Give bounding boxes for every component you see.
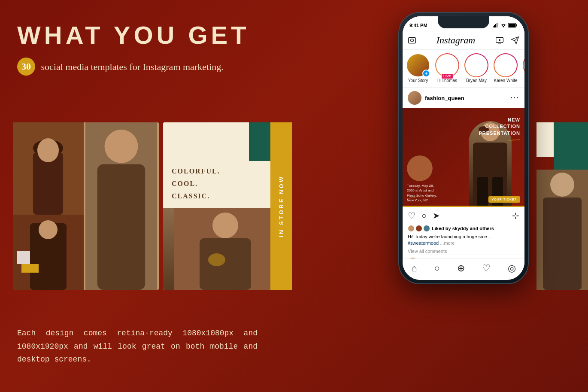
gold-rect-accent — [21, 264, 39, 273]
right-cream-accent — [536, 122, 554, 157]
instagram-logo: Instagram — [436, 35, 475, 46]
likes-text: Liked by skyddy and others — [432, 226, 494, 231]
story-label-your-story: Your Story — [408, 78, 428, 83]
hashtag-text[interactable]: #sweatermood — [408, 240, 439, 246]
bottom-desc-text: Each design comes retina-ready 1080x1080… — [17, 327, 258, 366]
svg-rect-18 — [494, 25, 495, 27]
fashion-photo-3 — [96, 159, 147, 279]
nav-profile-icon[interactable]: ◎ — [508, 263, 516, 274]
story-item-hthomas[interactable]: LIVE H.Thomas — [435, 54, 459, 83]
story-item-karen[interactable]: Karen White — [494, 54, 518, 83]
like-button[interactable]: ♡ — [408, 210, 415, 221]
fashion-photo-1 — [13, 122, 84, 215]
orange-accent-line — [403, 206, 524, 207]
story-add-icon[interactable]: + — [422, 70, 430, 77]
battery-icon — [508, 23, 518, 28]
liked-avatars — [408, 225, 430, 232]
main-headline: WHAT YOU GET — [17, 21, 283, 49]
save-button[interactable]: ⊹ — [512, 210, 519, 221]
story-avatar-hthomas: LIVE — [436, 54, 458, 76]
colorful-line-2: COOL. — [172, 178, 279, 190]
story-avatar-kelly — [524, 54, 524, 76]
story-ring-karen — [494, 53, 518, 77]
liked-avatar-1 — [408, 225, 415, 232]
post-title-overlay: NEW COLLECTION PRESENTATION 〰〰 — [479, 117, 520, 145]
template-colorful: COLORFUL. COOL. CLASSIC. 〰 — [163, 122, 288, 290]
svg-point-21 — [503, 26, 504, 27]
svg-point-13 — [208, 253, 225, 266]
liked-avatar-2 — [415, 225, 422, 232]
svg-rect-12 — [200, 238, 251, 290]
story-item-kelly[interactable]: Kelly A. — [523, 54, 524, 83]
caption-text: Hi! Today we're launching a huge sale... — [408, 234, 491, 239]
svg-rect-19 — [495, 24, 496, 27]
ticket-button[interactable]: YOUR TICKET — [488, 196, 520, 203]
post-action-left: ♡ ○ ➤ — [408, 210, 440, 221]
svg-rect-33 — [477, 177, 488, 207]
colorful-line-3: CLASSIC. — [172, 190, 279, 203]
header-icons — [495, 36, 519, 45]
liked-avatar-3 — [423, 225, 430, 232]
story-avatar-karen — [494, 54, 517, 76]
svg-point-3 — [37, 138, 59, 162]
instagram-header: Instagram — [403, 31, 524, 50]
post-header: fashion_queen ··· — [403, 88, 524, 108]
post-actions: ♡ ○ ➤ ⊹ — [403, 207, 524, 224]
share-button[interactable]: ➤ — [433, 210, 440, 221]
template-left-col — [13, 122, 84, 290]
likes-row: Liked by skyddy and others — [408, 225, 519, 232]
story-label-karen: Karen White — [494, 78, 517, 83]
story-ring-kelly — [523, 53, 524, 77]
nav-search-icon[interactable]: ○ — [434, 263, 439, 274]
nav-heart-icon[interactable]: ♡ — [482, 263, 491, 274]
post-user-avatar — [408, 91, 421, 105]
in-store-strip: IN STORE NOW — [270, 122, 292, 290]
template-right-col — [84, 122, 159, 290]
svg-point-8 — [105, 130, 138, 163]
svg-rect-9 — [97, 164, 145, 290]
post-likes: Liked by skyddy and others — [403, 224, 524, 233]
story-label-bryan: Bryan May — [466, 78, 487, 83]
post-title: NEW COLLECTION PRESENTATION — [479, 117, 520, 137]
svg-point-26 — [411, 39, 414, 42]
nav-add-icon[interactable]: ⊕ — [457, 263, 465, 274]
template-fashion-collage — [13, 122, 159, 290]
template-bottom-photo — [163, 208, 288, 290]
more-text[interactable]: ...more — [440, 240, 455, 246]
svg-point-11 — [212, 213, 238, 238]
post-menu-button[interactable]: ··· — [510, 94, 519, 103]
subheadline-text: social media templates for Instagram mar… — [41, 61, 224, 72]
view-comments[interactable]: View all comments — [403, 248, 524, 255]
svg-point-6 — [39, 220, 58, 239]
templates-grid: COLORFUL. COOL. CLASSIC. 〰 IN STORE NOW — [13, 122, 292, 294]
post-user-info: fashion_queen — [408, 91, 464, 105]
svg-marker-29 — [499, 39, 501, 41]
phone-outer-frame: 9:41 PM — [399, 13, 528, 283]
post-caption: Hi! Today we're launching a huge sale...… — [403, 233, 524, 248]
bottom-description: Each design comes retina-ready 1080x1080… — [17, 327, 258, 366]
phone-mockup: 9:41 PM — [399, 13, 536, 296]
svg-rect-25 — [409, 37, 416, 43]
comment-button[interactable]: ○ — [421, 211, 427, 221]
number-badge: 30 — [17, 58, 35, 76]
tv-icon — [495, 36, 504, 45]
story-avatar-your-story: + — [407, 54, 429, 76]
wifi-icon — [500, 23, 506, 27]
post-username[interactable]: fashion_queen — [425, 95, 464, 101]
stories-row[interactable]: + Your Story LIVE H.Thomas — [403, 50, 524, 88]
status-time: 9:41 PM — [409, 23, 427, 28]
svg-rect-24 — [509, 24, 515, 27]
instagram-app: 9:41 PM — [403, 16, 524, 280]
status-icons — [493, 23, 518, 28]
story-item-your-story[interactable]: + Your Story — [406, 54, 430, 83]
svg-point-15 — [550, 173, 574, 197]
svg-rect-23 — [516, 24, 517, 27]
story-item-bryan[interactable]: Bryan May — [464, 54, 488, 83]
left-panel: WHAT YOU GET 30 social media templates f… — [17, 21, 283, 88]
nav-home-icon[interactable]: ⌂ — [411, 263, 417, 274]
bottom-nav: ⌂ ○ ⊕ ♡ ◎ — [403, 258, 524, 280]
svg-rect-20 — [497, 23, 497, 27]
in-store-label: IN STORE NOW — [278, 175, 285, 237]
camera-icon — [408, 36, 416, 45]
story-ring-bryan — [464, 53, 488, 77]
